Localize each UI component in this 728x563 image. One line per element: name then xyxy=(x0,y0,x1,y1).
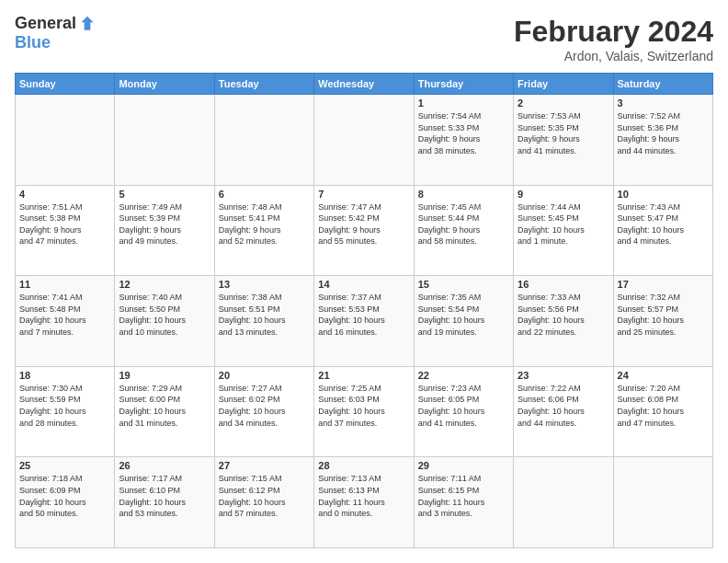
day-cell: 14Sunrise: 7:37 AM Sunset: 5:53 PM Dayli… xyxy=(314,276,414,367)
day-cell: 17Sunrise: 7:32 AM Sunset: 5:57 PM Dayli… xyxy=(613,276,712,367)
day-number: 21 xyxy=(318,370,409,381)
day-number: 17 xyxy=(618,279,709,290)
day-info: Sunrise: 7:17 AM Sunset: 6:10 PM Dayligh… xyxy=(119,473,210,519)
day-cell: 4Sunrise: 7:51 AM Sunset: 5:38 PM Daylig… xyxy=(16,185,115,276)
day-cell xyxy=(16,95,115,186)
col-header-monday: Monday xyxy=(115,74,214,95)
day-info: Sunrise: 7:54 AM Sunset: 5:33 PM Dayligh… xyxy=(418,110,509,156)
day-info: Sunrise: 7:38 AM Sunset: 5:51 PM Dayligh… xyxy=(219,292,310,338)
day-info: Sunrise: 7:44 AM Sunset: 5:45 PM Dayligh… xyxy=(518,201,609,247)
logo: General Blue xyxy=(15,15,97,52)
col-header-wednesday: Wednesday xyxy=(314,74,414,95)
day-cell: 16Sunrise: 7:33 AM Sunset: 5:56 PM Dayli… xyxy=(514,276,613,367)
day-number: 29 xyxy=(418,460,509,471)
day-number: 4 xyxy=(19,189,110,200)
day-info: Sunrise: 7:47 AM Sunset: 5:42 PM Dayligh… xyxy=(318,201,409,247)
day-number: 3 xyxy=(618,98,709,109)
day-info: Sunrise: 7:27 AM Sunset: 6:02 PM Dayligh… xyxy=(219,383,310,429)
day-cell: 26Sunrise: 7:17 AM Sunset: 6:10 PM Dayli… xyxy=(115,457,214,548)
day-info: Sunrise: 7:32 AM Sunset: 5:57 PM Dayligh… xyxy=(618,292,709,338)
day-info: Sunrise: 7:52 AM Sunset: 5:36 PM Dayligh… xyxy=(618,110,709,156)
calendar-table: SundayMondayTuesdayWednesdayThursdayFrid… xyxy=(15,73,713,548)
day-info: Sunrise: 7:41 AM Sunset: 5:48 PM Dayligh… xyxy=(19,292,110,338)
day-cell: 12Sunrise: 7:40 AM Sunset: 5:50 PM Dayli… xyxy=(115,276,214,367)
day-info: Sunrise: 7:15 AM Sunset: 6:12 PM Dayligh… xyxy=(219,473,310,519)
page: General Blue February 2024 Ardon, Valais… xyxy=(0,0,728,563)
day-number: 12 xyxy=(119,279,210,290)
day-info: Sunrise: 7:53 AM Sunset: 5:35 PM Dayligh… xyxy=(518,110,609,156)
day-info: Sunrise: 7:18 AM Sunset: 6:09 PM Dayligh… xyxy=(19,473,110,519)
day-number: 16 xyxy=(518,279,609,290)
day-cell: 29Sunrise: 7:11 AM Sunset: 6:15 PM Dayli… xyxy=(414,457,513,548)
day-number: 6 xyxy=(219,189,310,200)
day-cell: 11Sunrise: 7:41 AM Sunset: 5:48 PM Dayli… xyxy=(16,276,115,367)
day-cell: 28Sunrise: 7:13 AM Sunset: 6:13 PM Dayli… xyxy=(314,457,414,548)
day-cell xyxy=(214,95,313,186)
day-number: 15 xyxy=(418,279,509,290)
day-info: Sunrise: 7:37 AM Sunset: 5:53 PM Dayligh… xyxy=(318,292,409,338)
col-header-thursday: Thursday xyxy=(414,74,513,95)
day-number: 13 xyxy=(219,279,310,290)
day-info: Sunrise: 7:20 AM Sunset: 6:08 PM Dayligh… xyxy=(618,383,709,429)
day-cell: 19Sunrise: 7:29 AM Sunset: 6:00 PM Dayli… xyxy=(115,366,214,457)
day-info: Sunrise: 7:35 AM Sunset: 5:54 PM Dayligh… xyxy=(418,292,509,338)
logo-blue: Blue xyxy=(15,33,97,52)
day-number: 28 xyxy=(318,460,409,471)
col-header-sunday: Sunday xyxy=(16,74,115,95)
day-info: Sunrise: 7:30 AM Sunset: 5:59 PM Dayligh… xyxy=(19,383,110,429)
header-row: SundayMondayTuesdayWednesdayThursdayFrid… xyxy=(16,74,713,95)
day-info: Sunrise: 7:49 AM Sunset: 5:39 PM Dayligh… xyxy=(119,201,210,247)
day-info: Sunrise: 7:13 AM Sunset: 6:13 PM Dayligh… xyxy=(318,473,409,519)
day-cell xyxy=(115,95,214,186)
day-number: 1 xyxy=(418,98,509,109)
day-info: Sunrise: 7:33 AM Sunset: 5:56 PM Dayligh… xyxy=(518,292,609,338)
month-title: February 2024 xyxy=(514,15,713,49)
col-header-saturday: Saturday xyxy=(613,74,712,95)
day-cell: 24Sunrise: 7:20 AM Sunset: 6:08 PM Dayli… xyxy=(613,366,712,457)
day-info: Sunrise: 7:48 AM Sunset: 5:41 PM Dayligh… xyxy=(219,201,310,247)
day-cell: 5Sunrise: 7:49 AM Sunset: 5:39 PM Daylig… xyxy=(115,185,214,276)
day-info: Sunrise: 7:22 AM Sunset: 6:06 PM Dayligh… xyxy=(518,383,609,429)
header: General Blue February 2024 Ardon, Valais… xyxy=(15,15,713,63)
day-number: 19 xyxy=(119,370,210,381)
day-number: 9 xyxy=(518,189,609,200)
day-number: 23 xyxy=(518,370,609,381)
day-cell xyxy=(514,457,613,548)
day-info: Sunrise: 7:23 AM Sunset: 6:05 PM Dayligh… xyxy=(418,383,509,429)
day-number: 25 xyxy=(19,460,110,471)
col-header-tuesday: Tuesday xyxy=(214,74,313,95)
day-cell xyxy=(314,95,414,186)
day-cell: 25Sunrise: 7:18 AM Sunset: 6:09 PM Dayli… xyxy=(16,457,115,548)
location: Ardon, Valais, Switzerland xyxy=(514,49,713,63)
day-info: Sunrise: 7:51 AM Sunset: 5:38 PM Dayligh… xyxy=(19,201,110,247)
day-number: 20 xyxy=(219,370,310,381)
day-info: Sunrise: 7:11 AM Sunset: 6:15 PM Dayligh… xyxy=(418,473,509,519)
day-cell: 3Sunrise: 7:52 AM Sunset: 5:36 PM Daylig… xyxy=(613,95,712,186)
day-info: Sunrise: 7:29 AM Sunset: 6:00 PM Dayligh… xyxy=(119,383,210,429)
day-cell: 2Sunrise: 7:53 AM Sunset: 5:35 PM Daylig… xyxy=(514,95,613,186)
day-number: 27 xyxy=(219,460,310,471)
logo-text: General xyxy=(15,15,76,33)
day-cell: 23Sunrise: 7:22 AM Sunset: 6:06 PM Dayli… xyxy=(514,366,613,457)
day-cell: 13Sunrise: 7:38 AM Sunset: 5:51 PM Dayli… xyxy=(214,276,313,367)
week-row-4: 18Sunrise: 7:30 AM Sunset: 5:59 PM Dayli… xyxy=(16,366,713,457)
day-cell: 10Sunrise: 7:43 AM Sunset: 5:47 PM Dayli… xyxy=(613,185,712,276)
day-number: 22 xyxy=(418,370,509,381)
day-cell: 21Sunrise: 7:25 AM Sunset: 6:03 PM Dayli… xyxy=(314,366,414,457)
day-cell: 1Sunrise: 7:54 AM Sunset: 5:33 PM Daylig… xyxy=(414,95,513,186)
week-row-5: 25Sunrise: 7:18 AM Sunset: 6:09 PM Dayli… xyxy=(16,457,713,548)
day-cell xyxy=(613,457,712,548)
day-number: 8 xyxy=(418,189,509,200)
day-cell: 27Sunrise: 7:15 AM Sunset: 6:12 PM Dayli… xyxy=(214,457,313,548)
day-cell: 15Sunrise: 7:35 AM Sunset: 5:54 PM Dayli… xyxy=(414,276,513,367)
day-cell: 18Sunrise: 7:30 AM Sunset: 5:59 PM Dayli… xyxy=(16,366,115,457)
col-header-friday: Friday xyxy=(514,74,613,95)
week-row-3: 11Sunrise: 7:41 AM Sunset: 5:48 PM Dayli… xyxy=(16,276,713,367)
day-cell: 22Sunrise: 7:23 AM Sunset: 6:05 PM Dayli… xyxy=(414,366,513,457)
day-cell: 7Sunrise: 7:47 AM Sunset: 5:42 PM Daylig… xyxy=(314,185,414,276)
day-number: 7 xyxy=(318,189,409,200)
day-info: Sunrise: 7:40 AM Sunset: 5:50 PM Dayligh… xyxy=(119,292,210,338)
logo-icon xyxy=(78,15,97,33)
week-row-2: 4Sunrise: 7:51 AM Sunset: 5:38 PM Daylig… xyxy=(16,185,713,276)
day-number: 14 xyxy=(318,279,409,290)
